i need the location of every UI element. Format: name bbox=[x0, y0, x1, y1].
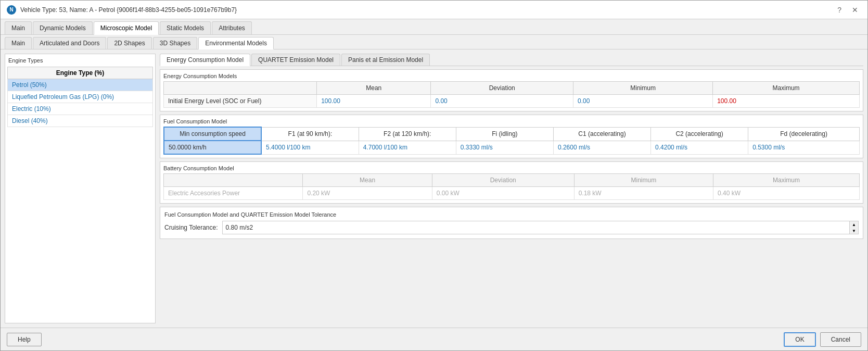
ok-button[interactable]: OK bbox=[784, 332, 815, 347]
bottom-bar: Help OK Cancel bbox=[1, 328, 867, 350]
bc-row-label: Electric Accesories Power bbox=[164, 187, 303, 200]
tab-articulated-doors[interactable]: Articulated and Doors bbox=[33, 37, 106, 49]
energy-consumption-title: Energy Consumption Models bbox=[163, 73, 860, 79]
title-bar-left: N Vehicle Type: 53, Name: A - Petrol {90… bbox=[7, 5, 237, 15]
tab-microscopic-model[interactable]: Microscopic Model bbox=[94, 21, 159, 35]
tab-3d-shapes[interactable]: 3D Shapes bbox=[153, 37, 197, 49]
energy-consumption-table: Mean Deviation Minimum Maximum Initial E… bbox=[163, 81, 860, 108]
fc-col-min-speed: Min consumption speed bbox=[164, 127, 261, 141]
ec-col-mean: Mean bbox=[317, 82, 431, 95]
spinner-up-button[interactable]: ▲ bbox=[850, 221, 858, 228]
fc-min-speed[interactable]: 50.0000 km/h bbox=[164, 141, 261, 154]
app-icon: N bbox=[7, 5, 16, 15]
engine-row-petrol[interactable]: Petrol (50%) bbox=[8, 79, 153, 91]
tolerance-label: Cruising Tolerance: bbox=[164, 224, 218, 231]
fc-col-fd: Fd (decelerating) bbox=[748, 127, 860, 141]
engine-label-electric[interactable]: Electric (10%) bbox=[8, 103, 153, 115]
engine-types-title: Engine Types bbox=[7, 56, 153, 65]
fc-col-c2: C2 (accelerating) bbox=[651, 127, 748, 141]
fc-f1[interactable]: 5.4000 l/100 km bbox=[261, 141, 359, 154]
tab-attributes[interactable]: Attributes bbox=[212, 21, 252, 34]
content-area: Engine Types Engine Type (%) Petrol (50%… bbox=[1, 49, 867, 328]
fc-c2[interactable]: 0.4200 ml/s bbox=[651, 141, 748, 154]
tab-2d-shapes[interactable]: 2D Shapes bbox=[107, 37, 151, 49]
bc-row-minimum[interactable]: 0.18 kW bbox=[574, 187, 713, 200]
engine-types-table: Engine Type (%) Petrol (50%) Liquefied P… bbox=[7, 67, 153, 127]
tab-energy-consumption[interactable]: Energy Consumption Model bbox=[160, 54, 250, 66]
fc-fi[interactable]: 0.3330 ml/s bbox=[456, 141, 553, 154]
bc-row-deviation[interactable]: 0.00 kW bbox=[432, 187, 574, 200]
tolerance-title: Fuel Consumption Model and QUARTET Emiss… bbox=[164, 211, 859, 218]
fc-col-f1: F1 (at 90 km/h): bbox=[261, 127, 359, 141]
bc-row-electric-accessories: Electric Accesories Power 0.20 kW 0.00 k… bbox=[164, 187, 860, 200]
battery-consumption-section: Battery Consumption Model Mean Deviation… bbox=[160, 161, 863, 204]
title-bar-right: ? ✕ bbox=[834, 5, 861, 15]
bc-row-maximum[interactable]: 0.40 kW bbox=[713, 187, 860, 200]
fc-row: 50.0000 km/h 5.4000 l/100 km 4.7000 l/10… bbox=[164, 141, 860, 154]
fc-col-fi: Fi (idling) bbox=[456, 127, 553, 141]
tolerance-section: Fuel Consumption Model and QUARTET Emiss… bbox=[160, 207, 863, 239]
model-tabs: Energy Consumption Model QUARTET Emissio… bbox=[160, 54, 863, 66]
ec-col-minimum: Minimum bbox=[573, 82, 713, 95]
main-dialog: N Vehicle Type: 53, Name: A - Petrol {90… bbox=[0, 0, 868, 351]
fc-f2[interactable]: 4.7000 l/100 km bbox=[359, 141, 456, 154]
fuel-consumption-title: Fuel Consumption Model bbox=[163, 118, 860, 124]
battery-consumption-table: Mean Deviation Minimum Maximum Electric … bbox=[163, 173, 860, 200]
tolerance-row: Cruising Tolerance: ▲ ▼ bbox=[164, 221, 859, 234]
ec-row-label: Initial Energy Level (SOC or Fuel) bbox=[164, 95, 317, 108]
help-title-button[interactable]: ? bbox=[834, 5, 845, 15]
fuel-consumption-section: Fuel Consumption Model Min consumption s… bbox=[160, 115, 863, 158]
tab-static-models[interactable]: Static Models bbox=[160, 21, 211, 34]
engine-label-lpg[interactable]: Liquefied Petroleum Gas (LPG) (0%) bbox=[8, 91, 153, 103]
spinner-down-button[interactable]: ▼ bbox=[850, 228, 858, 234]
bc-col-mean: Mean bbox=[303, 174, 432, 187]
tolerance-input[interactable] bbox=[222, 221, 850, 234]
right-panel: Energy Consumption Model QUARTET Emissio… bbox=[160, 54, 863, 323]
top-tabs: Main Dynamic Models Microscopic Model St… bbox=[1, 19, 867, 35]
engine-type-column-header: Engine Type (%) bbox=[8, 67, 153, 79]
window-title: Vehicle Type: 53, Name: A - Petrol {9006… bbox=[20, 6, 237, 14]
bc-col-minimum: Minimum bbox=[574, 174, 713, 187]
tab-dynamic-models[interactable]: Dynamic Models bbox=[33, 21, 93, 34]
engine-label-diesel[interactable]: Diesel (40%) bbox=[8, 115, 153, 127]
bc-col-deviation: Deviation bbox=[432, 174, 574, 187]
bottom-left: Help bbox=[7, 333, 42, 346]
ec-row-mean[interactable]: 100.00 bbox=[317, 95, 431, 108]
ec-row-maximum[interactable]: 100.00 bbox=[713, 95, 860, 108]
bc-col-label bbox=[164, 174, 303, 187]
battery-consumption-title: Battery Consumption Model bbox=[163, 165, 860, 171]
title-bar: N Vehicle Type: 53, Name: A - Petrol {90… bbox=[1, 1, 867, 19]
ec-row-minimum[interactable]: 0.00 bbox=[573, 95, 713, 108]
cancel-button[interactable]: Cancel bbox=[820, 332, 861, 347]
ec-col-label bbox=[164, 82, 317, 95]
engine-row-electric[interactable]: Electric (10%) bbox=[8, 103, 153, 115]
energy-consumption-section: Energy Consumption Models Mean Deviation… bbox=[160, 69, 863, 111]
ec-row-initial-energy: Initial Energy Level (SOC or Fuel) 100.0… bbox=[164, 95, 860, 108]
tab-quartet-emission[interactable]: QUARTET Emission Model bbox=[251, 54, 340, 66]
ec-col-maximum: Maximum bbox=[713, 82, 860, 95]
bc-row-mean[interactable]: 0.20 kW bbox=[303, 187, 432, 200]
fuel-consumption-table: Min consumption speed F1 (at 90 km/h): F… bbox=[163, 127, 860, 155]
fc-fd[interactable]: 0.5300 ml/s bbox=[748, 141, 860, 154]
ec-col-deviation: Deviation bbox=[431, 82, 573, 95]
tab-environmental-models[interactable]: Environmental Models bbox=[198, 37, 274, 49]
second-tabs: Main Articulated and Doors 2D Shapes 3D … bbox=[1, 35, 867, 49]
tolerance-input-wrap: ▲ ▼ bbox=[222, 221, 859, 234]
engine-types-panel: Engine Types Engine Type (%) Petrol (50%… bbox=[5, 54, 156, 323]
close-button[interactable]: ✕ bbox=[849, 5, 861, 15]
help-button[interactable]: Help bbox=[7, 333, 42, 346]
tolerance-spinner: ▲ ▼ bbox=[850, 221, 859, 234]
bc-col-maximum: Maximum bbox=[713, 174, 860, 187]
tab-main-top[interactable]: Main bbox=[5, 21, 32, 34]
engine-row-diesel[interactable]: Diesel (40%) bbox=[8, 115, 153, 127]
tab-main-second[interactable]: Main bbox=[5, 37, 32, 49]
engine-label-petrol[interactable]: Petrol (50%) bbox=[8, 79, 153, 91]
tab-panis-emission[interactable]: Panis et al Emission Model bbox=[341, 54, 430, 66]
fc-col-f2: F2 (at 120 km/h): bbox=[359, 127, 456, 141]
fc-c1[interactable]: 0.2600 ml/s bbox=[553, 141, 650, 154]
bottom-right: OK Cancel bbox=[784, 332, 861, 347]
engine-row-lpg[interactable]: Liquefied Petroleum Gas (LPG) (0%) bbox=[8, 91, 153, 103]
ec-row-deviation[interactable]: 0.00 bbox=[431, 95, 573, 108]
fc-col-c1: C1 (accelerating) bbox=[553, 127, 650, 141]
